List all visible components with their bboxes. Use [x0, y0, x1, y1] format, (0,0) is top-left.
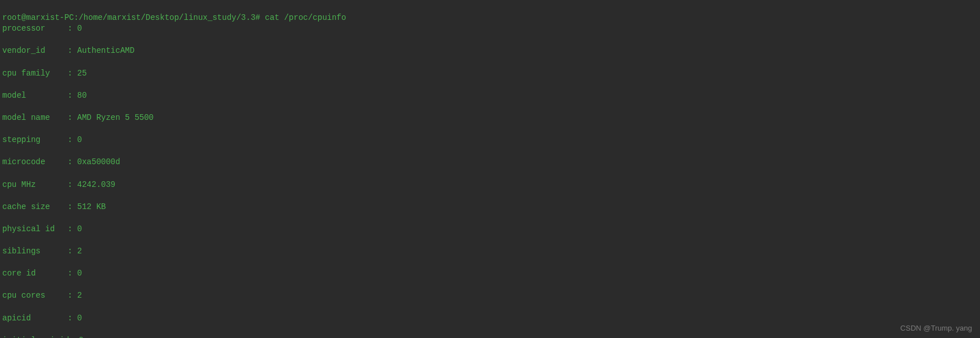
- key-apicid: apicid: [2, 313, 68, 324]
- key-physical-id: physical id: [2, 224, 68, 235]
- cpuinfo-siblings: siblings: 2: [2, 246, 978, 257]
- value-core-id: 0: [77, 269, 82, 278]
- value-stepping: 0: [77, 135, 82, 144]
- watermark-text: CSDN @Trump. yang: [900, 323, 972, 333]
- cpuinfo-initial-apicid: initial apicid: 0: [2, 335, 978, 338]
- key-initial-apicid: initial apicid: [2, 335, 69, 338]
- cpuinfo-apicid: apicid: 0: [2, 313, 978, 324]
- cpuinfo-cpu-cores: cpu cores: 2: [2, 290, 978, 302]
- prompt-path: :/home/marxist/Desktop/linux_study/3.3#: [74, 13, 260, 22]
- cpuinfo-cpu-mhz: cpu MHz: 4242.039: [2, 180, 978, 191]
- key-processor: processor: [2, 23, 68, 35]
- key-siblings: siblings: [2, 246, 68, 257]
- cpuinfo-core-id: core id: 0: [2, 268, 978, 279]
- value-cache-size: 512 KB: [77, 202, 106, 211]
- value-cpu-family: 25: [77, 69, 87, 78]
- key-microcode: microcode: [2, 157, 68, 168]
- key-stepping: stepping: [2, 135, 68, 146]
- key-model: model: [2, 90, 68, 102]
- key-core-id: core id: [2, 268, 68, 279]
- key-vendor-id: vendor_id: [2, 45, 68, 57]
- value-vendor-id: AuthenticAMD: [77, 46, 135, 55]
- cpuinfo-model-name: model name: AMD Ryzen 5 5500: [2, 112, 978, 124]
- command-text: cat /proc/cpuinfo: [265, 13, 346, 22]
- terminal-output: root@marxist-PC:/home/marxist/Desktop/li…: [2, 1, 978, 338]
- cpuinfo-model: model: 80: [2, 90, 978, 102]
- cpuinfo-stepping: stepping: 0: [2, 135, 978, 146]
- key-cache-size: cache size: [2, 202, 68, 213]
- value-cpu-cores: 2: [77, 291, 82, 300]
- value-model: 80: [77, 91, 87, 100]
- value-cpu-mhz: 4242.039: [77, 180, 115, 189]
- value-siblings: 2: [77, 247, 82, 256]
- prompt-user-host: root@marxist-PC: [2, 13, 74, 22]
- cpuinfo-vendor-id: vendor_id: AuthenticAMD: [2, 45, 978, 57]
- value-model-name: AMD Ryzen 5 5500: [77, 113, 153, 122]
- value-physical-id: 0: [77, 224, 82, 233]
- value-initial-apicid: 0: [78, 336, 83, 338]
- cpuinfo-microcode: microcode: 0xa50000d: [2, 157, 978, 168]
- cpuinfo-processor: processor: 0: [2, 23, 978, 35]
- key-cpu-cores: cpu cores: [2, 290, 68, 302]
- value-microcode: 0xa50000d: [77, 157, 121, 166]
- value-processor: 0: [77, 24, 82, 33]
- key-cpu-family: cpu family: [2, 68, 68, 80]
- value-apicid: 0: [77, 314, 82, 323]
- shell-prompt: root@marxist-PC:/home/marxist/Desktop/li…: [2, 13, 346, 22]
- key-cpu-mhz: cpu MHz: [2, 180, 68, 191]
- cpuinfo-cache-size: cache size: 512 KB: [2, 202, 978, 213]
- cpuinfo-physical-id: physical id: 0: [2, 224, 978, 235]
- cpuinfo-cpu-family: cpu family: 25: [2, 68, 978, 80]
- key-model-name: model name: [2, 112, 68, 124]
